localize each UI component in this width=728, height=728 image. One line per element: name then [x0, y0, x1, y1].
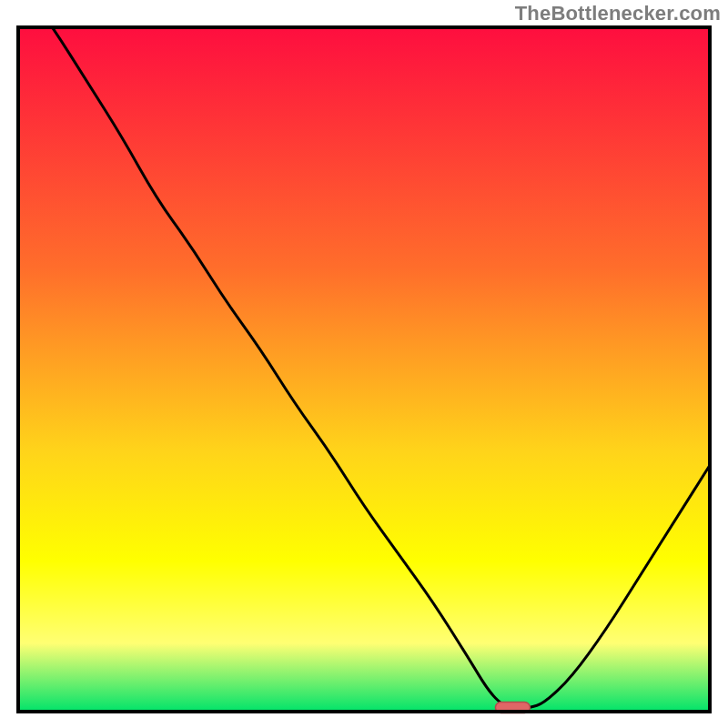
watermark-text: TheBottleneсker.com	[515, 2, 721, 25]
bottleneck-chart	[0, 0, 728, 728]
chart-container: TheBottleneсker.com	[0, 0, 728, 728]
gradient-background	[18, 27, 710, 712]
